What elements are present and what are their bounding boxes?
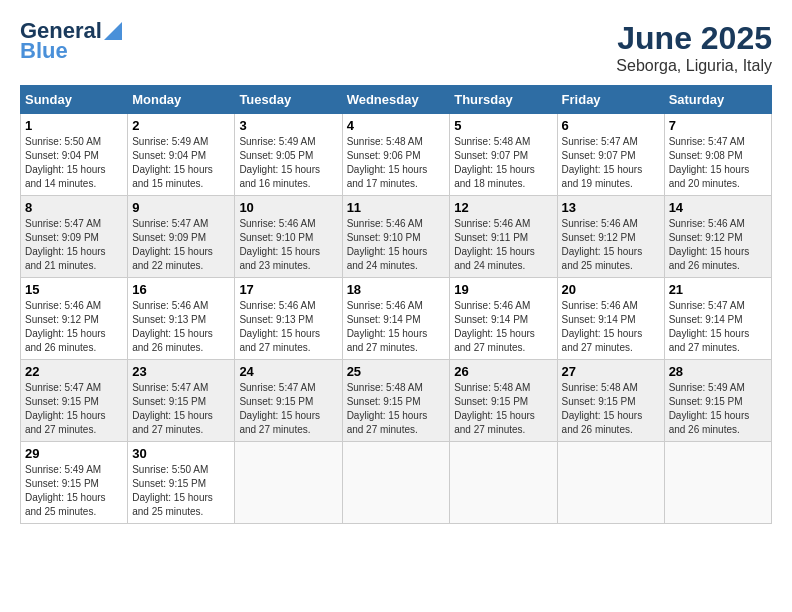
sunset: Sunset: 9:10 PM xyxy=(347,232,421,243)
sunset: Sunset: 9:09 PM xyxy=(132,232,206,243)
daylight: Daylight: 15 hours and 27 minutes. xyxy=(347,410,428,435)
sunrise: Sunrise: 5:46 AM xyxy=(25,300,101,311)
sunset: Sunset: 9:15 PM xyxy=(132,396,206,407)
calendar-cell: 21 Sunrise: 5:47 AM Sunset: 9:14 PM Dayl… xyxy=(664,278,771,360)
sunset: Sunset: 9:14 PM xyxy=(454,314,528,325)
sunrise: Sunrise: 5:47 AM xyxy=(669,300,745,311)
day-number: 7 xyxy=(669,118,767,133)
calendar-cell: 14 Sunrise: 5:46 AM Sunset: 9:12 PM Dayl… xyxy=(664,196,771,278)
sunrise: Sunrise: 5:47 AM xyxy=(132,382,208,393)
calendar-cell: 30 Sunrise: 5:50 AM Sunset: 9:15 PM Dayl… xyxy=(128,442,235,524)
day-number: 14 xyxy=(669,200,767,215)
sunrise: Sunrise: 5:47 AM xyxy=(25,382,101,393)
day-number: 23 xyxy=(132,364,230,379)
day-info: Sunrise: 5:46 AM Sunset: 9:12 PM Dayligh… xyxy=(25,299,123,355)
sunrise: Sunrise: 5:48 AM xyxy=(347,382,423,393)
daylight: Daylight: 15 hours and 20 minutes. xyxy=(669,164,750,189)
day-number: 8 xyxy=(25,200,123,215)
calendar-cell: 16 Sunrise: 5:46 AM Sunset: 9:13 PM Dayl… xyxy=(128,278,235,360)
daylight: Daylight: 15 hours and 27 minutes. xyxy=(239,410,320,435)
day-info: Sunrise: 5:46 AM Sunset: 9:13 PM Dayligh… xyxy=(239,299,337,355)
day-number: 13 xyxy=(562,200,660,215)
day-number: 19 xyxy=(454,282,552,297)
day-number: 27 xyxy=(562,364,660,379)
calendar-cell: 13 Sunrise: 5:46 AM Sunset: 9:12 PM Dayl… xyxy=(557,196,664,278)
day-number: 9 xyxy=(132,200,230,215)
day-info: Sunrise: 5:47 AM Sunset: 9:15 PM Dayligh… xyxy=(25,381,123,437)
day-number: 12 xyxy=(454,200,552,215)
sunset: Sunset: 9:06 PM xyxy=(347,150,421,161)
sunrise: Sunrise: 5:46 AM xyxy=(132,300,208,311)
header-tuesday: Tuesday xyxy=(235,86,342,114)
sunset: Sunset: 9:09 PM xyxy=(25,232,99,243)
day-info: Sunrise: 5:48 AM Sunset: 9:06 PM Dayligh… xyxy=(347,135,446,191)
sunrise: Sunrise: 5:47 AM xyxy=(132,218,208,229)
daylight: Daylight: 15 hours and 27 minutes. xyxy=(669,328,750,353)
daylight: Daylight: 15 hours and 24 minutes. xyxy=(347,246,428,271)
sunset: Sunset: 9:08 PM xyxy=(669,150,743,161)
sunrise: Sunrise: 5:46 AM xyxy=(562,218,638,229)
day-number: 28 xyxy=(669,364,767,379)
svg-marker-0 xyxy=(104,22,122,40)
calendar-cell: 23 Sunrise: 5:47 AM Sunset: 9:15 PM Dayl… xyxy=(128,360,235,442)
sunset: Sunset: 9:15 PM xyxy=(562,396,636,407)
calendar-cell: 28 Sunrise: 5:49 AM Sunset: 9:15 PM Dayl… xyxy=(664,360,771,442)
day-number: 11 xyxy=(347,200,446,215)
day-info: Sunrise: 5:46 AM Sunset: 9:12 PM Dayligh… xyxy=(562,217,660,273)
calendar-cell: 4 Sunrise: 5:48 AM Sunset: 9:06 PM Dayli… xyxy=(342,114,450,196)
day-info: Sunrise: 5:46 AM Sunset: 9:10 PM Dayligh… xyxy=(347,217,446,273)
day-number: 10 xyxy=(239,200,337,215)
header: General Blue June 2025 Seborga, Liguria,… xyxy=(20,20,772,75)
calendar-cell xyxy=(664,442,771,524)
daylight: Daylight: 15 hours and 26 minutes. xyxy=(25,328,106,353)
daylight: Daylight: 15 hours and 26 minutes. xyxy=(669,410,750,435)
day-info: Sunrise: 5:47 AM Sunset: 9:15 PM Dayligh… xyxy=(132,381,230,437)
daylight: Daylight: 15 hours and 17 minutes. xyxy=(347,164,428,189)
daylight: Daylight: 15 hours and 15 minutes. xyxy=(132,164,213,189)
day-info: Sunrise: 5:48 AM Sunset: 9:15 PM Dayligh… xyxy=(454,381,552,437)
day-number: 1 xyxy=(25,118,123,133)
sunrise: Sunrise: 5:47 AM xyxy=(669,136,745,147)
sunset: Sunset: 9:10 PM xyxy=(239,232,313,243)
daylight: Daylight: 15 hours and 25 minutes. xyxy=(562,246,643,271)
month-title: June 2025 xyxy=(616,20,772,57)
day-info: Sunrise: 5:47 AM Sunset: 9:09 PM Dayligh… xyxy=(25,217,123,273)
day-number: 22 xyxy=(25,364,123,379)
daylight: Daylight: 15 hours and 27 minutes. xyxy=(239,328,320,353)
daylight: Daylight: 15 hours and 14 minutes. xyxy=(25,164,106,189)
calendar-cell: 2 Sunrise: 5:49 AM Sunset: 9:04 PM Dayli… xyxy=(128,114,235,196)
sunrise: Sunrise: 5:46 AM xyxy=(347,218,423,229)
header-saturday: Saturday xyxy=(664,86,771,114)
sunset: Sunset: 9:04 PM xyxy=(132,150,206,161)
day-info: Sunrise: 5:48 AM Sunset: 9:07 PM Dayligh… xyxy=(454,135,552,191)
day-info: Sunrise: 5:47 AM Sunset: 9:08 PM Dayligh… xyxy=(669,135,767,191)
daylight: Daylight: 15 hours and 27 minutes. xyxy=(454,410,535,435)
day-info: Sunrise: 5:47 AM Sunset: 9:09 PM Dayligh… xyxy=(132,217,230,273)
sunset: Sunset: 9:12 PM xyxy=(25,314,99,325)
sunset: Sunset: 9:14 PM xyxy=(562,314,636,325)
calendar-cell: 19 Sunrise: 5:46 AM Sunset: 9:14 PM Dayl… xyxy=(450,278,557,360)
sunset: Sunset: 9:15 PM xyxy=(454,396,528,407)
sunrise: Sunrise: 5:48 AM xyxy=(454,382,530,393)
day-number: 30 xyxy=(132,446,230,461)
daylight: Daylight: 15 hours and 18 minutes. xyxy=(454,164,535,189)
day-number: 2 xyxy=(132,118,230,133)
calendar-cell: 1 Sunrise: 5:50 AM Sunset: 9:04 PM Dayli… xyxy=(21,114,128,196)
sunset: Sunset: 9:15 PM xyxy=(239,396,313,407)
sunrise: Sunrise: 5:46 AM xyxy=(669,218,745,229)
daylight: Daylight: 15 hours and 21 minutes. xyxy=(25,246,106,271)
day-number: 16 xyxy=(132,282,230,297)
sunset: Sunset: 9:05 PM xyxy=(239,150,313,161)
daylight: Daylight: 15 hours and 25 minutes. xyxy=(25,492,106,517)
sunset: Sunset: 9:12 PM xyxy=(562,232,636,243)
calendar-cell: 20 Sunrise: 5:46 AM Sunset: 9:14 PM Dayl… xyxy=(557,278,664,360)
day-number: 3 xyxy=(239,118,337,133)
calendar-cell: 10 Sunrise: 5:46 AM Sunset: 9:10 PM Dayl… xyxy=(235,196,342,278)
calendar-cell: 26 Sunrise: 5:48 AM Sunset: 9:15 PM Dayl… xyxy=(450,360,557,442)
sunrise: Sunrise: 5:46 AM xyxy=(239,300,315,311)
day-info: Sunrise: 5:49 AM Sunset: 9:04 PM Dayligh… xyxy=(132,135,230,191)
sunset: Sunset: 9:07 PM xyxy=(562,150,636,161)
daylight: Daylight: 15 hours and 16 minutes. xyxy=(239,164,320,189)
day-info: Sunrise: 5:47 AM Sunset: 9:15 PM Dayligh… xyxy=(239,381,337,437)
daylight: Daylight: 15 hours and 22 minutes. xyxy=(132,246,213,271)
